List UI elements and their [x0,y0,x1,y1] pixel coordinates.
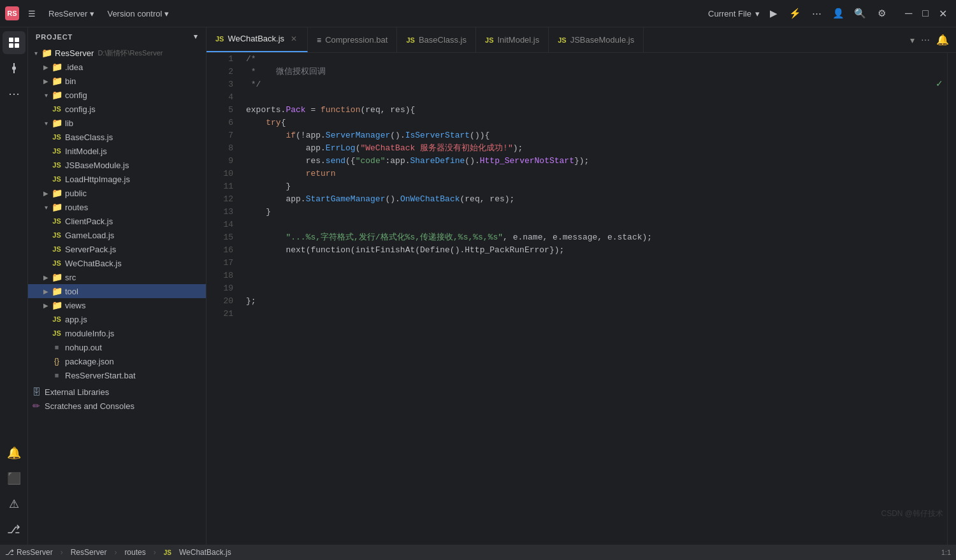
tree-lib[interactable]: ▾ 📁 lib [28,116,206,130]
settings-btn[interactable]: ⚙ [873,4,891,22]
line-checkmark: ✓ [936,78,943,89]
folder-icon: 📁 [41,47,52,59]
line-num-18: 18 [206,269,233,282]
status-breadcrumb-icon: JS [164,549,171,556]
chevron-icon: ▾ [90,9,94,18]
more-btn[interactable]: ⋯ [808,4,826,22]
tree-tool-arrow: ▶ [41,286,51,296]
tree-src[interactable]: ▶ 📁 src [28,270,206,284]
activity-project-icon[interactable] [3,31,25,54]
version-control-btn[interactable]: Version control ▾ [103,7,173,20]
tab-baseclass-icon: JS [406,36,414,44]
tree-baseclassjs[interactable]: JS BaseClass.js [28,130,206,144]
tree-gameloadjs[interactable]: JS GameLoad.js [28,228,206,242]
js-file-icon: JS [51,131,62,143]
tree-tool[interactable]: ▶ 📁 tool [28,284,206,298]
tree-nohupout[interactable]: ≡ nohup.out [28,340,206,354]
tree-moduleinfojs[interactable]: JS moduleInfo.js [28,326,206,340]
tree-public[interactable]: ▶ 📁 public [28,186,206,200]
js-file-icon: JS [51,327,62,339]
tree-resserverstartbat[interactable]: ≡ ResServerStart.bat [28,368,206,382]
status-breadcrumb-part1: ResServer [71,548,107,557]
tree-public-label: public [65,189,87,198]
run-btn[interactable]: ▶ [765,4,783,22]
activity-commit-icon[interactable] [3,57,25,80]
search-btn[interactable]: 🔍 [851,4,869,22]
tree-wechatbackjs[interactable]: JS WeChatBack.js [28,256,206,270]
tree-loadhttpimagejs[interactable]: JS LoadHttpImage.js [28,172,206,186]
status-breadcrumb-sep3: › [154,548,156,557]
debug-btn[interactable]: ⚡ [786,4,804,22]
activity-problems-icon[interactable]: ⚠ [3,492,25,515]
tree-configjs[interactable]: JS config.js [28,102,206,116]
tree-external-libraries[interactable]: 🗄 External Libraries [28,385,206,399]
js-file-icon: JS [51,103,62,115]
maximize-btn[interactable]: □ [918,6,932,20]
tab-initmodel[interactable]: JS InitModel.js [476,27,549,52]
line-num-20: 20 [206,295,233,308]
tab-chevron-btn[interactable]: ▾ [908,33,916,47]
scratches-icon: ✏ [31,400,42,412]
project-menu-btn[interactable]: ResServer ▾ [45,7,98,20]
tab-compression[interactable]: ≡ Compression.bat [308,27,397,52]
js-file-icon: JS [51,243,62,255]
tree-configjs-label: config.js [65,104,96,114]
folder-icon: 📁 [51,75,62,87]
close-btn[interactable]: ✕ [935,6,951,21]
status-breadcrumb-file: WeChatBack.js [179,548,231,557]
tree-root-path: D:\新情怀\ResServer [98,48,163,58]
hamburger-btn[interactable]: ☰ [24,7,40,20]
titlebar: RS ☰ ResServer ▾ Version control ▾ Curre… [0,0,956,27]
line-num-7: 7 [206,129,233,142]
minimize-btn[interactable]: ─ [901,6,916,20]
tree-root[interactable]: ▾ 📁 ResServer D:\新情怀\ResServer [28,46,206,60]
line-num-19: 19 [206,282,233,295]
editor-area: JS WeChatBack.js ✕ ≡ Compression.bat JS … [206,27,956,545]
tree-bin[interactable]: ▶ 📁 bin [28,74,206,88]
line-num-10: 10 [206,168,233,180]
tree-packagejson[interactable]: {} package.json [28,354,206,368]
activity-more-icon[interactable]: ⋯ [3,82,25,105]
tree-routes[interactable]: ▾ 📁 routes [28,200,206,214]
tree-views[interactable]: ▶ 📁 views [28,298,206,312]
tab-jsbasemodule[interactable]: JS JSBaseModule.js [549,27,644,52]
editor-scrollbar[interactable] [947,53,956,545]
activity-notifications-icon[interactable]: 🔔 [3,442,25,464]
tree-appjs[interactable]: JS app.js [28,312,206,326]
profile-btn[interactable]: 👤 [830,4,848,22]
tree-config[interactable]: ▾ 📁 config [28,88,206,102]
tree-resserverstartbat-label: ResServerStart.bat [65,371,136,380]
tree-routes-arrow: ▾ [41,202,51,212]
tab-notifications-btn[interactable]: 🔔 [934,32,951,48]
tab-wechatback[interactable]: JS WeChatBack.js ✕ [206,27,308,52]
current-file-area[interactable]: Current File ▾ [708,9,760,18]
tree-idea[interactable]: ▶ 📁 .idea [28,60,206,74]
status-breadcrumb-part2: routes [124,548,145,557]
tree-moduleinfojs-label: moduleInfo.js [65,329,114,338]
activity-terminal-icon[interactable]: ⬛ [3,467,25,490]
tree-serverpackjs[interactable]: JS ServerPack.js [28,242,206,256]
folder-icon: 📁 [51,201,62,213]
tree-jsbasemodulesjs[interactable]: JS JSBaseModule.js [28,158,206,172]
tree-scratches[interactable]: ✏ Scratches and Consoles [28,399,206,413]
tree-initmodeljs[interactable]: JS InitModel.js [28,144,206,158]
folder-icon: 📁 [51,187,62,199]
tree-config-arrow: ▾ [41,90,51,100]
tab-baseclass[interactable]: JS BaseClass.js [397,27,476,52]
tree-scratches-label: Scratches and Consoles [45,401,134,411]
activity-vcs-icon[interactable]: ⎇ [3,518,25,541]
editor-content[interactable]: 1 2 3 4 5 6 7 8 9 10 11 12 13 14 15 16 1 [206,53,956,545]
tab-wechatback-close[interactable]: ✕ [289,34,298,43]
tab-more-btn[interactable]: ⋯ [919,33,932,47]
main-content: ⋯ 🔔 ⬛ ⚠ ⎇ Project ▾ ▾ 📁 ResServer D:\新情怀… [0,27,956,545]
tree-gameloadjs-label: GameLoad.js [65,231,114,240]
folder-icon: 📁 [51,271,62,283]
tree-clientpackjs[interactable]: JS ClientPack.js [28,214,206,228]
svg-point-4 [12,66,16,70]
tree-clientpackjs-label: ClientPack.js [65,217,113,226]
code-editor[interactable]: /* * 微信授权回调 */ exports.Pack = function(r… [240,53,947,545]
tab-jsbasemodule-icon: JS [558,36,566,44]
tab-wechatback-icon: JS [215,35,224,43]
sidebar-content[interactable]: ▾ 📁 ResServer D:\新情怀\ResServer ▶ 📁 .idea… [28,46,206,545]
tree-idea-arrow: ▶ [41,62,51,72]
